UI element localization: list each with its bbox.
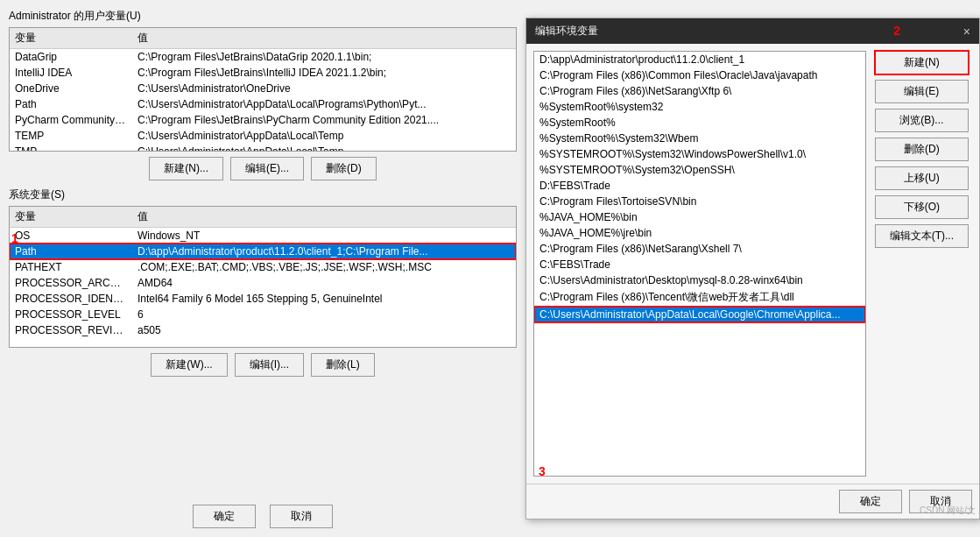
path-list-item[interactable]: %SYSTEMROOT%\System32\WindowsPowerShell\… — [534, 146, 865, 162]
dialog-titlebar: 编辑环境变量 2 × — [526, 18, 979, 44]
sys-var-value: AMD64 — [132, 275, 516, 291]
sys-var-value: .COM;.EXE;.BAT;.CMD;.VBS;.VBE;.JS;.JSE;.… — [132, 259, 516, 275]
user-var-name: OneDrive — [10, 81, 132, 96]
user-var-value: C:\Program Files\JetBrains\PyCharm Commu… — [132, 112, 516, 128]
sys-var-name: PROCESSOR_ARCHITECT... — [10, 275, 132, 291]
sys-new-button[interactable]: 新建(W)... — [151, 353, 227, 377]
user-var-row[interactable]: IntelliJ IDEAC:\Program Files\JetBrains\… — [10, 65, 516, 81]
watermark: CSDN 网站/文 — [920, 505, 976, 517]
sys-var-name: PATHEXT — [10, 259, 132, 275]
sys-col-name: 变量 — [10, 207, 132, 228]
sys-var-name: PROCESSOR_IDENTIFIER — [10, 291, 132, 307]
sys-var-row[interactable]: PROCESSOR_ARCHITECT...AMD64 — [10, 275, 516, 291]
path-list-item[interactable]: %SYSTEMROOT%\System32\OpenSSH\ — [534, 162, 865, 178]
path-list-item[interactable]: C:\Program Files (x86)\NetSarang\Xshell … — [534, 241, 865, 257]
user-var-row[interactable]: PathC:\Users\Administrator\AppData\Local… — [10, 96, 516, 112]
user-var-value: C:\Users\Administrator\AppData\Local\Pro… — [132, 96, 516, 112]
ok-button[interactable]: 确定 — [193, 505, 256, 528]
user-col-value: 值 — [132, 28, 516, 49]
dialog-action-btn[interactable]: 新建(N) — [875, 51, 969, 74]
bottom-buttons: 确定 取消 — [9, 496, 517, 528]
step2-badge: 2 — [893, 24, 900, 38]
path-list-item[interactable]: %JAVA_HOME%\bin — [534, 209, 865, 225]
user-var-value: C:\Users\Administrator\AppData\Local\Tem… — [132, 128, 516, 144]
user-var-name: IntelliJ IDEA — [10, 65, 132, 81]
path-list[interactable]: D:\app\Administrator\product\11.2.0\clie… — [533, 51, 866, 477]
path-list-item[interactable]: C:\FEBS\Trade — [534, 257, 865, 272]
sys-vars-title: 系统变量(S) — [9, 187, 517, 202]
path-list-item[interactable]: C:\Program Files (x86)\NetSarang\Xftp 6\ — [534, 83, 865, 99]
dialog-ok-button[interactable]: 确定 — [839, 490, 902, 513]
dialog-close-button[interactable]: × — [963, 25, 970, 39]
sys-var-row[interactable]: OSWindows_NT — [10, 228, 516, 244]
sys-var-name: PROCESSOR_LEVEL — [10, 307, 132, 322]
user-var-row[interactable]: DataGripC:\Program Files\JetBrains\DataG… — [10, 49, 516, 66]
sys-var-name: PROCESSOR_REVISION — [10, 322, 132, 338]
dialog-action-btn[interactable]: 编辑文本(T)... — [875, 224, 969, 248]
sys-var-value: a505 — [132, 322, 516, 338]
sys-vars-table: 变量 值 OSWindows_NTPathD:\app\Administrato… — [10, 207, 516, 338]
dialog-footer: 确定 取消 — [526, 484, 979, 519]
dialog-title: 编辑环境变量 — [535, 24, 598, 39]
dialog-action-btn[interactable]: 下移(O) — [875, 195, 969, 219]
sys-var-value: Intel64 Family 6 Model 165 Stepping 5, G… — [132, 291, 516, 307]
user-var-row[interactable]: PyCharm Community Editi...C:\Program Fil… — [10, 112, 516, 128]
sys-var-row[interactable]: PATHEXT.COM;.EXE;.BAT;.CMD;.VBS;.VBE;.JS… — [10, 259, 516, 275]
edit-env-dialog: 编辑环境变量 2 × D:\app\Administrator\product\… — [525, 18, 980, 519]
user-col-name: 变量 — [10, 28, 132, 49]
dialog-action-buttons: 新建(N)编辑(E)浏览(B)...删除(D)上移(U)下移(O)编辑文本(T)… — [871, 51, 972, 477]
path-list-item[interactable]: %SystemRoot%\System32\Wbem — [534, 131, 865, 146]
user-vars-buttons: 新建(N)... 编辑(E)... 删除(D) — [9, 157, 517, 180]
left-panel: Administrator 的用户变量(U) 变量 值 DataGripC:\P… — [0, 0, 525, 537]
user-var-name: PyCharm Community Editi... — [10, 112, 132, 128]
path-list-item[interactable]: D:\FEBS\Trade — [534, 178, 865, 194]
path-list-item[interactable]: C:\Program Files (x86)\Common Files\Orac… — [534, 67, 865, 83]
path-list-item[interactable]: C:\Users\Administrator\Desktop\mysql-8.0… — [534, 272, 865, 288]
path-list-item[interactable]: %SystemRoot% — [534, 115, 865, 131]
sys-delete-button[interactable]: 删除(L) — [311, 353, 375, 377]
user-var-name: DataGrip — [10, 49, 132, 66]
dialog-action-btn[interactable]: 浏览(B)... — [875, 109, 969, 132]
user-var-row[interactable]: TMPC:\Users\Administrator\AppData\Local\… — [10, 144, 516, 151]
user-var-name: TMP — [10, 144, 132, 151]
path-list-item[interactable]: C:\Users\Administrator\AppData\Local\Goo… — [534, 307, 865, 322]
user-var-name: Path — [10, 96, 132, 112]
dialog-body: D:\app\Administrator\product\11.2.0\clie… — [526, 44, 979, 484]
user-var-value: C:\Program Files\JetBrains\DataGrip 2020… — [132, 49, 516, 66]
user-vars-table: 变量 值 DataGripC:\Program Files\JetBrains\… — [10, 28, 516, 151]
user-new-button[interactable]: 新建(N)... — [149, 157, 223, 180]
user-delete-button[interactable]: 删除(D) — [311, 157, 377, 180]
user-edit-button[interactable]: 编辑(E)... — [230, 157, 304, 180]
user-var-row[interactable]: OneDriveC:\Users\Administrator\OneDrive — [10, 81, 516, 96]
path-list-item[interactable]: C:\Program Files (x86)\Tencent\微信web开发者工… — [534, 288, 865, 307]
sys-edit-button[interactable]: 编辑(I)... — [235, 353, 304, 377]
user-vars-scroll[interactable]: 变量 值 DataGripC:\Program Files\JetBrains\… — [10, 28, 516, 151]
sys-var-row[interactable]: PathD:\app\Administrator\product\11.2.0\… — [10, 244, 516, 259]
sys-vars-section: 系统变量(S) 1 变量 值 OSWindows_NTPathD:\app\Ad… — [9, 187, 517, 489]
user-var-name: TEMP — [10, 128, 132, 144]
user-var-value: C:\Users\Administrator\OneDrive — [132, 81, 516, 96]
dialog-action-btn[interactable]: 上移(U) — [875, 166, 969, 190]
path-list-item[interactable]: %JAVA_HOME%\jre\bin — [534, 225, 865, 241]
sys-var-value: 6 — [132, 307, 516, 322]
sys-vars-table-container: 1 变量 值 OSWindows_NTPathD:\app\Administra… — [9, 206, 517, 348]
cancel-button[interactable]: 取消 — [270, 505, 333, 528]
sys-var-row[interactable]: PROCESSOR_IDENTIFIERIntel64 Family 6 Mod… — [10, 291, 516, 307]
sys-vars-scroll[interactable]: 变量 值 OSWindows_NTPathD:\app\Administrato… — [10, 207, 516, 347]
dialog-action-btn[interactable]: 编辑(E) — [875, 80, 969, 103]
user-var-value: C:\Users\Administrator\AppData\Local\Tem… — [132, 144, 516, 151]
user-var-value: C:\Program Files\JetBrains\IntelliJ IDEA… — [132, 65, 516, 81]
sys-var-row[interactable]: PROCESSOR_LEVEL6 — [10, 307, 516, 322]
dialog-action-btn[interactable]: 删除(D) — [875, 138, 969, 161]
sys-var-name: Path — [10, 244, 132, 259]
sys-var-row[interactable]: PROCESSOR_REVISIONa505 — [10, 322, 516, 338]
sys-var-value: D:\app\Administrator\product\11.2.0\clie… — [132, 244, 516, 259]
path-list-item[interactable]: C:\Program Files\TortoiseSVN\bin — [534, 194, 865, 209]
sys-vars-buttons: 新建(W)... 编辑(I)... 删除(L) — [9, 353, 517, 377]
user-vars-section: Administrator 的用户变量(U) 变量 值 DataGripC:\P… — [9, 9, 517, 180]
user-var-row[interactable]: TEMPC:\Users\Administrator\AppData\Local… — [10, 128, 516, 144]
sys-col-value: 值 — [132, 207, 516, 228]
path-list-item[interactable]: %SystemRoot%\system32 — [534, 99, 865, 115]
path-list-item[interactable]: D:\app\Administrator\product\11.2.0\clie… — [534, 52, 865, 67]
user-vars-table-container: 变量 值 DataGripC:\Program Files\JetBrains\… — [9, 27, 517, 152]
